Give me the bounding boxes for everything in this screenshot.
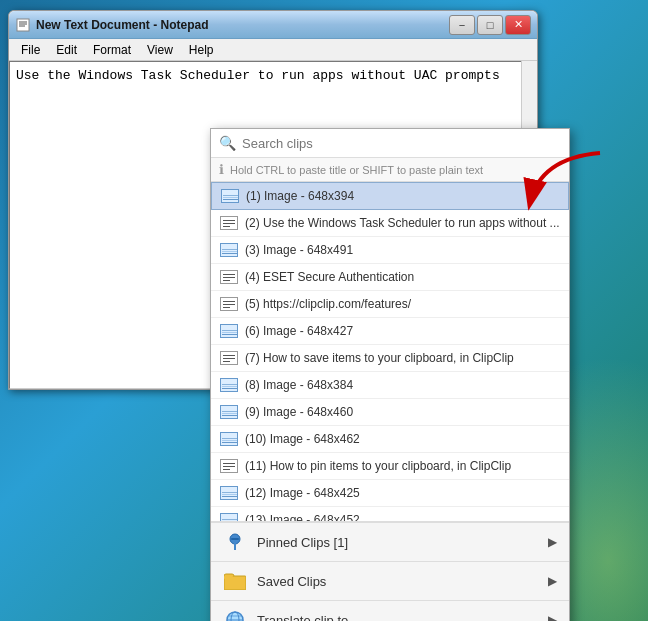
list-item[interactable]: (2) Use the Windows Task Scheduler to ru…: [211, 210, 569, 237]
image-icon: [220, 432, 238, 446]
info-icon: ℹ: [219, 162, 224, 177]
menu-file[interactable]: File: [13, 41, 48, 59]
notepad-menubar: File Edit Format View Help: [9, 39, 537, 61]
text-icon: [220, 270, 238, 284]
clip-label: (3) Image - 648x491: [245, 243, 353, 257]
clipboard-popup: 🔍 ℹ Hold CTRL to paste title or SHIFT to…: [210, 128, 570, 621]
desktop: New Text Document - Notepad − □ ✕ File E…: [0, 0, 648, 621]
image-icon: [220, 405, 238, 419]
window-controls: − □ ✕: [449, 15, 531, 35]
menu-view[interactable]: View: [139, 41, 181, 59]
clip-label: (5) https://clipclip.com/features/: [245, 297, 411, 311]
clip-label: (9) Image - 648x460: [245, 405, 353, 419]
submenu-arrow-icon: ▶: [548, 535, 557, 549]
list-item[interactable]: (10) Image - 648x462: [211, 426, 569, 453]
list-item[interactable]: (7) How to save items to your clipboard,…: [211, 345, 569, 372]
hint-text: Hold CTRL to paste title or SHIFT to pas…: [230, 164, 483, 176]
clip-label: (4) ESET Secure Authentication: [245, 270, 414, 284]
action-label: Pinned Clips [1]: [257, 535, 348, 550]
list-item[interactable]: (6) Image - 648x427: [211, 318, 569, 345]
list-item[interactable]: (3) Image - 648x491: [211, 237, 569, 264]
svg-rect-7: [231, 538, 239, 540]
image-icon: [220, 324, 238, 338]
menu-format[interactable]: Format: [85, 41, 139, 59]
clip-list[interactable]: (1) Image - 648x394(2) Use the Windows T…: [211, 182, 569, 522]
image-icon: [220, 486, 238, 500]
maximize-button[interactable]: □: [477, 15, 503, 35]
list-item[interactable]: (4) ESET Secure Authentication: [211, 264, 569, 291]
clip-label: (12) Image - 648x425: [245, 486, 360, 500]
popup-bottom: Pinned Clips [1]▶ Saved Clips▶ Translate…: [211, 522, 569, 621]
list-item[interactable]: (5) https://clipclip.com/features/: [211, 291, 569, 318]
clip-label: (2) Use the Windows Task Scheduler to ru…: [245, 216, 560, 230]
clip-label: (6) Image - 648x427: [245, 324, 353, 338]
clip-label: (7) How to save items to your clipboard,…: [245, 351, 514, 365]
svg-rect-9: [224, 576, 233, 579]
menu-edit[interactable]: Edit: [48, 41, 85, 59]
text-icon: [220, 216, 238, 230]
clip-label: (11) How to pin items to your clipboard,…: [245, 459, 511, 473]
clip-label: (1) Image - 648x394: [246, 189, 354, 203]
list-item[interactable]: (9) Image - 648x460: [211, 399, 569, 426]
action-label: Translate clip to...: [257, 613, 359, 622]
text-icon: [220, 351, 238, 365]
svg-rect-0: [17, 19, 29, 31]
list-item[interactable]: (8) Image - 648x384: [211, 372, 569, 399]
submenu-arrow-icon: ▶: [548, 613, 557, 621]
search-input[interactable]: [242, 136, 561, 151]
text-icon: [220, 297, 238, 311]
svg-rect-6: [234, 543, 236, 550]
globe-icon: [223, 608, 247, 621]
notepad-icon: [15, 17, 31, 33]
action-label: Saved Clips: [257, 574, 326, 589]
list-item[interactable]: (11) How to pin items to your clipboard,…: [211, 453, 569, 480]
list-item[interactable]: (12) Image - 648x425: [211, 480, 569, 507]
minimize-button[interactable]: −: [449, 15, 475, 35]
search-icon: 🔍: [219, 135, 236, 151]
clip-label: (10) Image - 648x462: [245, 432, 360, 446]
action-saved[interactable]: Saved Clips▶: [211, 561, 569, 600]
image-icon: [220, 378, 238, 392]
pin-icon: [223, 530, 247, 554]
text-icon: [220, 459, 238, 473]
folder-icon: [223, 569, 247, 593]
hint-bar: ℹ Hold CTRL to paste title or SHIFT to p…: [211, 158, 569, 182]
close-button[interactable]: ✕: [505, 15, 531, 35]
action-translate[interactable]: Translate clip to...▶: [211, 600, 569, 621]
search-bar: 🔍: [211, 129, 569, 158]
image-icon: [220, 243, 238, 257]
list-item[interactable]: (1) Image - 648x394: [211, 182, 569, 210]
list-item[interactable]: (13) Image - 648x452: [211, 507, 569, 522]
clip-label: (13) Image - 648x452: [245, 513, 360, 522]
action-pinned[interactable]: Pinned Clips [1]▶: [211, 522, 569, 561]
notepad-titlebar: New Text Document - Notepad − □ ✕: [9, 11, 537, 39]
window-title: New Text Document - Notepad: [36, 18, 449, 32]
image-icon: [221, 189, 239, 203]
clip-label: (8) Image - 648x384: [245, 378, 353, 392]
submenu-arrow-icon: ▶: [548, 574, 557, 588]
menu-help[interactable]: Help: [181, 41, 222, 59]
image-icon: [220, 513, 238, 522]
